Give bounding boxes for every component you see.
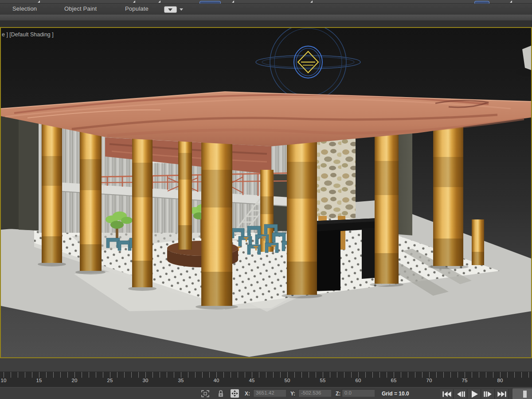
go-to-start-button[interactable] [440, 389, 454, 399]
y-coordinate-label: Y: [290, 391, 295, 397]
go-to-end-button[interactable] [495, 389, 509, 399]
y-coordinate-field[interactable]: -502.536 [298, 389, 331, 397]
flyout-arrow-icon [232, 0, 234, 3]
ribbon-options-chevron-icon[interactable] [180, 8, 183, 11]
z-coordinate-label: Z: [336, 391, 340, 397]
time-slider-strip[interactable] [0, 358, 532, 372]
flyout-arrow-icon [133, 0, 135, 3]
viewport-gap-strip [0, 20, 532, 27]
tab-populate[interactable]: Populate [125, 5, 149, 12]
chevron-down-icon [168, 8, 172, 11]
grid-size-readout: Grid = 10.0 [382, 391, 409, 397]
flyout-arrow-icon [310, 0, 313, 3]
play-button[interactable] [468, 389, 481, 399]
next-frame-button[interactable] [481, 389, 495, 399]
left-dark-wall-face [19, 117, 39, 231]
flyout-arrow-icon [38, 0, 40, 3]
main-toolbar-sliver [0, 0, 532, 4]
tab-object-paint[interactable]: Object Paint [64, 5, 97, 12]
ribbon-minimize-button[interactable] [164, 6, 177, 13]
flyout-arrow-icon [510, 0, 512, 3]
viewport-shading-label[interactable]: e ] [Default Shading ] [2, 31, 54, 38]
x-coordinate-field[interactable]: 3651.42 [253, 389, 286, 397]
status-bar: X: 3651.42 Y: -502.536 Z: 0.0 Grid = 10.… [0, 387, 532, 399]
isolate-selection-icon[interactable] [200, 389, 210, 398]
flyout-arrow-icon [158, 0, 160, 3]
z-coordinate-field[interactable]: 0.0 [342, 389, 375, 397]
x-coordinate-label: X: [245, 391, 250, 397]
column-band [260, 196, 274, 214]
key-mode-toggle-button[interactable] [512, 388, 532, 399]
absolute-mode-transform-icon[interactable] [231, 389, 239, 398]
previous-frame-button[interactable] [454, 389, 467, 399]
key-icon [523, 391, 527, 398]
ribbon-tab-bar: Selection Object Paint Populate [0, 4, 532, 15]
perspective-viewport[interactable]: e ] [Default Shading ] [0, 27, 532, 358]
ribbon-body-collapsed [0, 15, 532, 20]
trackbar-ticks[interactable]: 101520253035404550556065707580 [0, 372, 532, 387]
tab-selection[interactable]: Selection [12, 5, 37, 12]
selection-lock-icon[interactable] [218, 389, 224, 398]
viewport-canvas[interactable] [1, 28, 531, 357]
max-window: Selection Object Paint Populate e ] [Def… [0, 0, 532, 399]
